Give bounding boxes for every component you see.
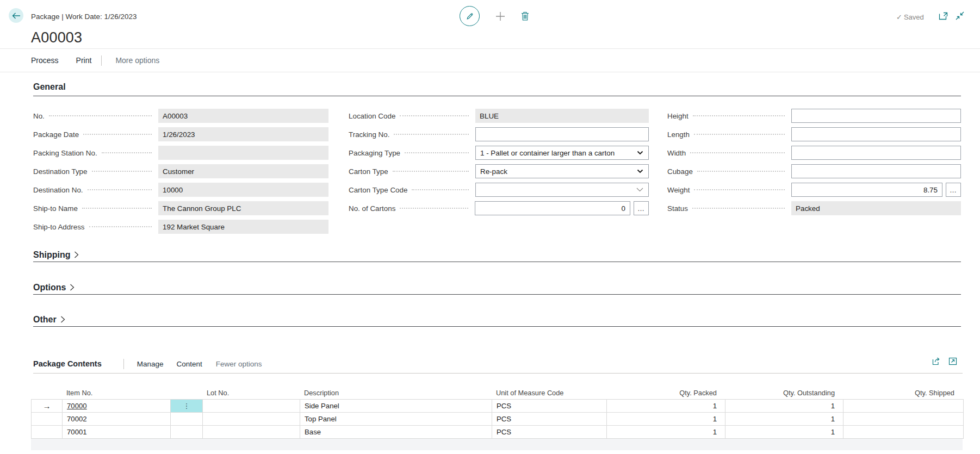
cell-row-menu[interactable]: ⋮ — [171, 400, 203, 412]
table-row: → 70000 ⋮ Side Panel PCS 1 1 — [32, 400, 963, 413]
record-actions — [460, 6, 529, 26]
tracking-no-input[interactable] — [475, 127, 649, 141]
col-qty-packed[interactable]: Qty. Packed — [606, 386, 725, 399]
cell-lot-no[interactable] — [203, 426, 300, 438]
cell-description[interactable]: Base — [300, 426, 492, 438]
field-carton-type-code: Carton Type Code — [349, 183, 649, 197]
col-lot-no[interactable]: Lot No. — [202, 386, 300, 399]
package-card-page: Package | Work Date: 1/26/2023 ✓ Saved — [0, 0, 980, 454]
row-marker — [32, 426, 63, 438]
field-length: Length — [667, 127, 961, 141]
collapse-icon[interactable] — [956, 11, 964, 20]
edit-button[interactable] — [460, 6, 480, 26]
cubage-input[interactable] — [791, 164, 961, 178]
cell-qty-outstanding[interactable]: 1 — [725, 400, 843, 412]
col-item-no[interactable]: Item No. — [62, 386, 170, 399]
trash-icon — [521, 11, 529, 21]
section-options-header[interactable]: Options — [33, 281, 961, 295]
field-destination-no: Destination No. 10000 — [33, 183, 328, 197]
col-qty-shipped[interactable]: Qty. Shipped — [843, 386, 963, 399]
field-packaging-type: Packaging Type 1 - Pallet or container l… — [349, 146, 649, 160]
ship-to-name-input: The Cannon Group PLC — [158, 201, 328, 215]
share-icon[interactable] — [932, 357, 941, 365]
cell-qty-shipped[interactable] — [843, 413, 963, 425]
delete-button[interactable] — [521, 11, 529, 21]
menu-more-options[interactable]: More options — [115, 56, 159, 65]
menu-process[interactable]: Process — [31, 56, 59, 65]
part-actions — [932, 357, 957, 365]
field-width: Width — [667, 146, 961, 160]
cell-qty-outstanding[interactable]: 1 — [725, 426, 843, 438]
length-input[interactable] — [791, 127, 961, 141]
col-uom[interactable]: Unit of Measure Code — [492, 386, 606, 399]
general-column-1: No. A00003 Package Date 1/26/2023 Packin… — [33, 109, 328, 238]
chevron-down-icon — [637, 169, 643, 173]
general-rule — [33, 96, 961, 96]
menu-content[interactable]: Content — [177, 360, 202, 368]
cell-item-no[interactable]: 70002 — [63, 413, 171, 425]
cell-qty-shipped[interactable] — [843, 400, 963, 412]
cell-description[interactable]: Side Panel — [300, 400, 492, 412]
cell-uom[interactable]: PCS — [492, 413, 607, 425]
field-no: No. A00003 — [33, 109, 328, 123]
weight-assist-button[interactable]: … — [946, 183, 961, 197]
cell-qty-shipped[interactable] — [843, 426, 963, 438]
general-column-2: Location Code BLUE Tracking No. Packagin… — [349, 109, 649, 220]
cell-item-no[interactable]: 70001 — [63, 426, 171, 438]
table-footer-strip — [31, 439, 963, 450]
weight-input[interactable]: 8.75 — [791, 183, 942, 197]
cell-qty-packed[interactable]: 1 — [607, 413, 725, 425]
section-general-header[interactable]: General — [33, 82, 66, 92]
destination-type-input: Customer — [158, 164, 328, 178]
cell-uom[interactable]: PCS — [492, 400, 607, 412]
back-button[interactable] — [9, 8, 23, 23]
vertical-ellipsis-icon: ⋮ — [183, 402, 190, 410]
field-no-of-cartons: No. of Cartons 0 … — [349, 201, 649, 215]
height-input[interactable] — [791, 109, 961, 123]
no-of-cartons-input[interactable]: 0 — [475, 201, 630, 215]
chevron-down-icon — [637, 151, 643, 155]
field-destination-type: Destination Type Customer — [33, 164, 328, 178]
menu-print[interactable]: Print — [76, 56, 92, 65]
col-qty-outstanding[interactable]: Qty. Outstanding — [725, 386, 843, 399]
action-bar: Process Print More options — [0, 48, 980, 72]
item-no-link[interactable]: 70000 — [67, 402, 87, 410]
contents-table: → 70000 ⋮ Side Panel PCS 1 1 70002 Top P… — [31, 399, 964, 439]
cell-uom[interactable]: PCS — [492, 426, 607, 438]
width-input[interactable] — [791, 146, 961, 160]
section-shipping-header[interactable]: Shipping — [33, 248, 961, 262]
table-row: 70002 Top Panel PCS 1 1 — [32, 413, 963, 426]
popout-icon[interactable] — [948, 357, 957, 365]
cell-qty-packed[interactable]: 1 — [607, 400, 725, 412]
carton-type-select[interactable]: Re-pack — [475, 164, 649, 178]
carton-type-code-combobox[interactable] — [475, 183, 649, 197]
table-row: 70001 Base PCS 1 1 — [32, 426, 963, 438]
plus-icon — [495, 11, 505, 21]
section-other-header[interactable]: Other — [33, 313, 961, 327]
row-marker — [32, 413, 63, 425]
chevron-right-icon — [70, 284, 75, 291]
package-contents-header: Package Contents Manage Content Fewer op… — [33, 358, 262, 370]
cell-lot-no[interactable] — [203, 413, 300, 425]
cell-lot-no[interactable] — [203, 400, 300, 412]
packing-station-no-input — [158, 146, 328, 160]
menu-manage[interactable]: Manage — [137, 360, 164, 368]
menu-fewer-options[interactable]: Fewer options — [216, 360, 262, 368]
field-height: Height — [667, 109, 961, 123]
cell-row-menu[interactable] — [171, 426, 203, 438]
col-description[interactable]: Description — [300, 386, 492, 399]
page-caption: Package | Work Date: 1/26/2023 — [31, 13, 137, 21]
cell-item-no[interactable]: 70000 — [63, 400, 171, 412]
new-button[interactable] — [495, 11, 505, 21]
open-in-window-icon[interactable] — [939, 12, 948, 20]
page-title: A00003 — [31, 29, 82, 46]
no-of-cartons-assist-button[interactable]: … — [634, 201, 649, 215]
contents-table-header: Item No. Lot No. Description Unit of Mea… — [31, 386, 963, 399]
cell-description[interactable]: Top Panel — [300, 413, 492, 425]
cell-qty-outstanding[interactable]: 1 — [725, 413, 843, 425]
packaging-type-select[interactable]: 1 - Pallet or container larger than a ca… — [475, 146, 649, 160]
field-location-code: Location Code BLUE — [349, 109, 649, 123]
cell-qty-packed[interactable]: 1 — [607, 426, 725, 438]
cell-row-menu[interactable] — [171, 413, 203, 425]
field-status: Status Packed — [667, 201, 961, 215]
